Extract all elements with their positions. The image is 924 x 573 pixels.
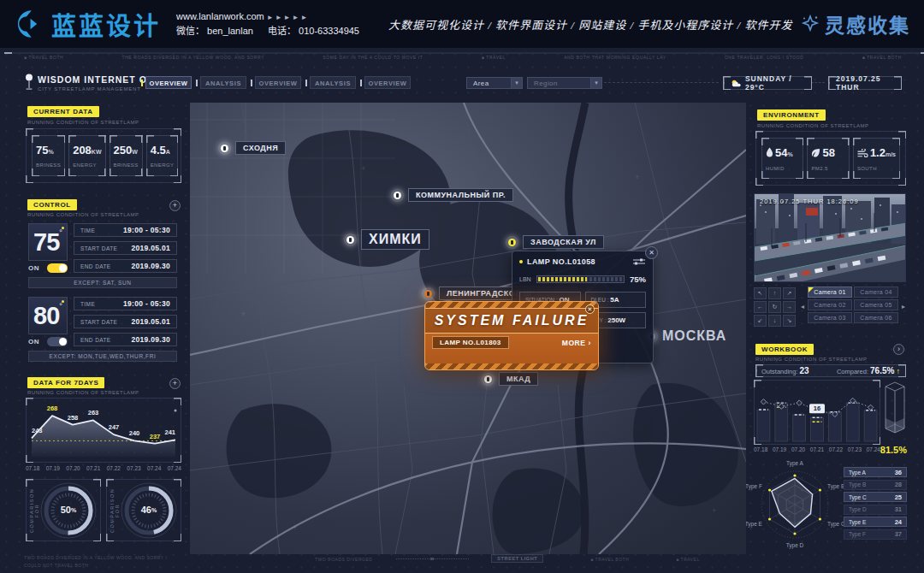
tab-overview-1[interactable]: OVERVIEW — [145, 76, 192, 89]
dpad-up-button[interactable]: ↑ — [768, 287, 781, 299]
week-chart-panel: 243268258263247240237241 — [26, 398, 181, 463]
map-label-text: СХОДНЯ — [235, 141, 286, 155]
radar-legend: Type A36Type B28Type C25Type D31Type E24… — [844, 467, 907, 541]
schedule-toggle[interactable] — [47, 337, 68, 346]
camera-next-button[interactable]: ▸ — [900, 298, 907, 316]
dpad-left-button[interactable]: ← — [754, 301, 767, 313]
dpad-up-left-button[interactable]: ↖ — [754, 287, 767, 299]
camera-button-6[interactable]: Camera 06 — [854, 312, 898, 323]
footer-checkbox-a[interactable]: ■ TRAVEL BOTH — [590, 557, 629, 562]
sliders-icon[interactable] — [632, 257, 646, 266]
decor-text: ■ TRAVEL — [482, 55, 506, 60]
map-label-4[interactable]: ЗАВОДСКАЯ УЛ — [506, 235, 604, 249]
camera-button-4[interactable]: Camera 04 — [854, 286, 898, 298]
area-select[interactable]: Area ▾ — [466, 77, 523, 89]
tab-analysis-2[interactable]: ANALYSIS — [200, 76, 246, 89]
x-tick: 07.18 — [754, 446, 767, 452]
dpad-refresh-button[interactable]: ↻ — [768, 301, 781, 313]
close-icon[interactable]: ✕ — [585, 304, 595, 314]
leaf-icon — [811, 145, 820, 160]
map-label-3[interactable]: ХИМКИ — [344, 229, 429, 250]
city-map[interactable]: +++ ++ СХОДНЯКОММУНАЛЬНЫЙ ПР.ХИМКИЗАВОДС… — [190, 103, 746, 554]
week-chart-x-labels: 07.1807.1907.2007.2107.2207.2307.2407.24 — [26, 465, 181, 471]
map-label-1[interactable]: СХОДНЯ — [218, 141, 286, 155]
radar-axis-label: Type E — [746, 521, 763, 528]
brightness-bar[interactable] — [536, 275, 625, 283]
tab-label: ANALYSIS — [205, 80, 241, 87]
decor-text: ■ TRAVEL BOTH — [24, 55, 63, 60]
camera-button-5[interactable]: Camera 05 — [854, 299, 898, 310]
lamp-popup-title: LAMP NO.L01058 — [527, 257, 628, 266]
dashboard-frame — [4, 52, 924, 54]
radar-legend-row-2[interactable]: Type B28 — [844, 480, 907, 490]
footer-checkbox-b[interactable]: ■ TRAVEL — [676, 557, 699, 562]
legend-label: Type E — [849, 519, 866, 525]
stat-label: ENERGY — [73, 162, 101, 168]
streetlamp-icon — [24, 74, 34, 91]
radar-legend-row-3[interactable]: Type C25 — [844, 492, 907, 502]
tab-label: OVERVIEW — [368, 80, 406, 87]
dpad-down-button[interactable]: ↓ — [768, 315, 781, 327]
x-tick: 07.20 — [791, 446, 805, 452]
weather-widget: SUNNDAY / 29°C — [723, 76, 812, 90]
camera-video-feed[interactable]: 2019.07.25 THUR 18:26:09 — [754, 193, 906, 282]
camera-button-1[interactable]: Camera 01 — [808, 286, 852, 298]
map-label-6[interactable]: МОСКВА — [645, 328, 726, 344]
workbook-stats-row: Outstanding:23 Compared:76.5% ↑ — [755, 364, 906, 377]
dpad-up-right-button[interactable]: ↗ — [783, 287, 796, 299]
control-add-button[interactable]: + — [169, 200, 181, 211]
row-label: TIME — [80, 227, 95, 233]
svg-text:+: + — [361, 164, 365, 173]
camera-button-2[interactable]: Camera 02 — [808, 299, 852, 310]
compared-label: Compared: — [837, 368, 868, 375]
map-label-2[interactable]: КОММУНАЛЬНЫЙ ПР. — [391, 188, 513, 202]
radar-legend-row-1[interactable]: Type A36 — [844, 467, 907, 477]
radar-axis-label: Type C — [827, 521, 844, 528]
radar-legend-row-4[interactable]: Type D31 — [844, 505, 907, 515]
schedule-toggle[interactable] — [47, 263, 68, 273]
tab-overview-3[interactable]: OVERVIEW — [255, 76, 301, 89]
decor-text: THE ROADS DIVERGED IN A YELLOW WOOD, AND… — [122, 55, 265, 60]
lamp-pin-icon — [391, 189, 404, 202]
dpad-right-button[interactable]: → — [783, 301, 796, 313]
environment-subtitle: RUNNING CONDITION OF STREETLAMP — [757, 123, 869, 128]
tab-analysis-4[interactable]: ANALYSIS — [310, 76, 356, 89]
degree-mark: ° — [59, 228, 62, 237]
dpad-down-left-button[interactable]: ↙ — [754, 315, 767, 327]
tab-overview-5[interactable]: OVERVIEW — [364, 76, 411, 89]
close-icon[interactable]: ✕ — [645, 246, 658, 259]
stat-label: ENERGY — [151, 162, 175, 168]
cell-value: 5A — [610, 296, 619, 304]
point-label: 263 — [88, 409, 99, 416]
radar-legend-row-6[interactable]: Type F37 — [844, 529, 907, 540]
except-days-bar: EXCEPT: MON,TUE,WED,THUR,FRI — [28, 351, 177, 362]
comparison-gauge-2: COMPARISON FOR 46% — [106, 479, 181, 541]
street-light-badge[interactable]: STREET LIGHT — [491, 554, 543, 563]
legend-label: Type D — [849, 506, 867, 512]
stat-number: 208 — [73, 144, 92, 157]
main-tabs: OVERVIEWANALYSISOVERVIEWANALYSISOVERVIEW — [145, 76, 411, 89]
wind-icon — [857, 145, 868, 160]
workbook-next-button[interactable]: › — [893, 344, 904, 355]
x-tick: 07.21 — [86, 465, 100, 471]
radar-legend-row-5[interactable]: Type E24 — [844, 517, 907, 527]
hazard-stripes — [425, 363, 598, 369]
stat-number: 250 — [114, 144, 133, 157]
legend-value: 31 — [895, 505, 902, 513]
region-select[interactable]: Region ▾ — [527, 77, 602, 89]
map-label-7[interactable]: МКАД — [482, 372, 538, 386]
row-label: TIME — [80, 301, 95, 307]
dpad-down-right-button[interactable]: ↘ — [783, 315, 796, 327]
failure-message: SYSTEM FAILURE — [425, 308, 598, 334]
more-button[interactable]: MORE › — [562, 339, 591, 347]
stat-value: 58 — [811, 145, 844, 161]
area-select-value: Area — [467, 80, 511, 87]
footer-slider[interactable] — [396, 558, 469, 559]
camera-button-3[interactable]: Camera 03 — [808, 312, 852, 323]
week-chart-add-button[interactable]: + — [169, 378, 181, 389]
brightness-level-display: 75° — [28, 223, 68, 261]
lbn-label: LBN — [519, 276, 531, 282]
camera-prev-button[interactable]: ◂ — [799, 298, 806, 316]
row-label: END DATE — [80, 263, 111, 269]
date-widget: 2019.07.25 THUR — [828, 76, 902, 90]
